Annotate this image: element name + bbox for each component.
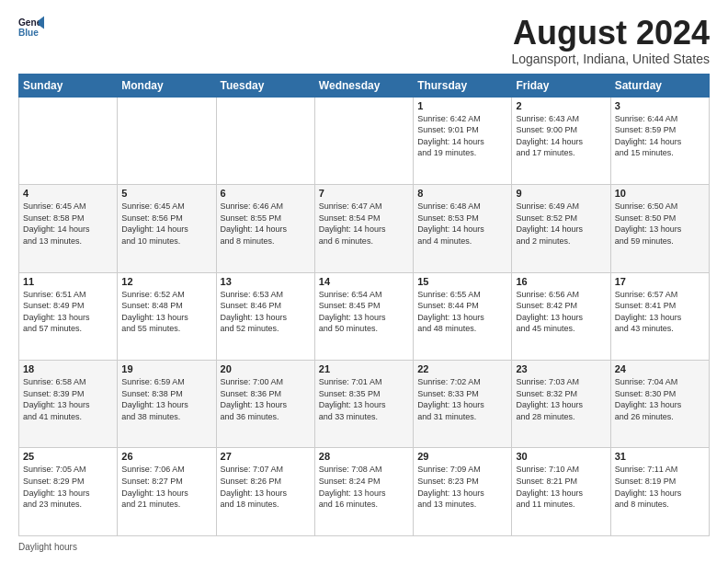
day-info: Sunrise: 7:02 AM Sunset: 8:33 PM Dayligh…: [417, 376, 507, 422]
calendar-cell: 7Sunrise: 6:47 AM Sunset: 8:54 PM Daylig…: [314, 185, 413, 272]
calendar-cell: [118, 97, 216, 184]
calendar-cell: 12Sunrise: 6:52 AM Sunset: 8:48 PM Dayli…: [118, 272, 216, 360]
day-number: 12: [121, 276, 211, 287]
day-info: Sunrise: 6:53 AM Sunset: 8:46 PM Dayligh…: [221, 289, 311, 335]
calendar-header-row: SundayMondayTuesdayWednesdayThursdayFrid…: [19, 74, 710, 97]
col-header-thursday: Thursday: [414, 74, 512, 97]
calendar-cell: 24Sunrise: 7:04 AM Sunset: 8:30 PM Dayli…: [610, 361, 709, 448]
calendar-cell: [314, 97, 413, 184]
day-number: 6: [221, 188, 311, 199]
page-title: August 2024: [511, 15, 710, 52]
day-info: Sunrise: 6:48 AM Sunset: 8:53 PM Dayligh…: [417, 201, 507, 247]
day-info: Sunrise: 7:06 AM Sunset: 8:27 PM Dayligh…: [121, 464, 211, 510]
day-number: 28: [319, 451, 409, 462]
day-number: 25: [23, 451, 113, 462]
day-info: Sunrise: 7:03 AM Sunset: 8:32 PM Dayligh…: [516, 376, 606, 422]
day-number: 31: [615, 451, 705, 462]
day-number: 16: [516, 276, 606, 287]
day-info: Sunrise: 6:58 AM Sunset: 8:39 PM Dayligh…: [23, 376, 113, 422]
col-header-friday: Friday: [512, 74, 610, 97]
day-number: 15: [417, 276, 507, 287]
day-number: 23: [516, 363, 606, 374]
day-info: Sunrise: 6:54 AM Sunset: 8:45 PM Dayligh…: [319, 289, 409, 335]
calendar-cell: 10Sunrise: 6:50 AM Sunset: 8:50 PM Dayli…: [610, 185, 709, 272]
day-info: Sunrise: 7:07 AM Sunset: 8:26 PM Dayligh…: [221, 464, 311, 510]
day-number: 17: [615, 276, 705, 287]
day-info: Sunrise: 6:47 AM Sunset: 8:54 PM Dayligh…: [319, 201, 409, 247]
day-info: Sunrise: 7:11 AM Sunset: 8:19 PM Dayligh…: [615, 464, 705, 510]
footer-text: Daylight hours: [18, 542, 77, 552]
day-number: 22: [417, 363, 507, 374]
calendar-cell: 31Sunrise: 7:11 AM Sunset: 8:19 PM Dayli…: [610, 448, 709, 536]
calendar-cell: 29Sunrise: 7:09 AM Sunset: 8:23 PM Dayli…: [414, 448, 512, 536]
title-block: August 2024 Logansport, Indiana, United …: [511, 15, 710, 66]
calendar-cell: 13Sunrise: 6:53 AM Sunset: 8:46 PM Dayli…: [216, 272, 314, 360]
footer: Daylight hours: [18, 542, 710, 552]
day-number: 30: [516, 451, 606, 462]
day-info: Sunrise: 6:57 AM Sunset: 8:41 PM Dayligh…: [615, 289, 705, 335]
day-number: 8: [417, 188, 507, 199]
logo: General Blue: [18, 15, 44, 40]
calendar-cell: 6Sunrise: 6:46 AM Sunset: 8:55 PM Daylig…: [216, 185, 314, 272]
calendar-week-3: 11Sunrise: 6:51 AM Sunset: 8:49 PM Dayli…: [19, 272, 710, 360]
day-info: Sunrise: 6:42 AM Sunset: 9:01 PM Dayligh…: [417, 113, 507, 159]
calendar-week-4: 18Sunrise: 6:58 AM Sunset: 8:39 PM Dayli…: [19, 361, 710, 448]
calendar-cell: 22Sunrise: 7:02 AM Sunset: 8:33 PM Dayli…: [414, 361, 512, 448]
day-info: Sunrise: 6:51 AM Sunset: 8:49 PM Dayligh…: [23, 289, 113, 335]
day-number: 3: [615, 100, 705, 111]
day-number: 29: [417, 451, 507, 462]
calendar-cell: 2Sunrise: 6:43 AM Sunset: 9:00 PM Daylig…: [512, 97, 610, 184]
day-number: 13: [221, 276, 311, 287]
calendar-cell: 8Sunrise: 6:48 AM Sunset: 8:53 PM Daylig…: [414, 185, 512, 272]
logo-icon: General Blue: [18, 15, 44, 40]
calendar-cell: 19Sunrise: 6:59 AM Sunset: 8:38 PM Dayli…: [118, 361, 216, 448]
day-info: Sunrise: 7:08 AM Sunset: 8:24 PM Dayligh…: [319, 464, 409, 510]
day-info: Sunrise: 6:52 AM Sunset: 8:48 PM Dayligh…: [121, 289, 211, 335]
day-number: 14: [319, 276, 409, 287]
calendar-cell: 27Sunrise: 7:07 AM Sunset: 8:26 PM Dayli…: [216, 448, 314, 536]
page-subtitle: Logansport, Indiana, United States: [511, 52, 710, 66]
calendar-cell: 17Sunrise: 6:57 AM Sunset: 8:41 PM Dayli…: [610, 272, 709, 360]
day-info: Sunrise: 6:45 AM Sunset: 8:58 PM Dayligh…: [23, 201, 113, 247]
day-info: Sunrise: 6:43 AM Sunset: 9:00 PM Dayligh…: [516, 113, 606, 159]
day-info: Sunrise: 6:46 AM Sunset: 8:55 PM Dayligh…: [221, 201, 311, 247]
calendar-cell: 18Sunrise: 6:58 AM Sunset: 8:39 PM Dayli…: [19, 361, 118, 448]
col-header-saturday: Saturday: [610, 74, 709, 97]
day-number: 7: [319, 188, 409, 199]
calendar-week-1: 1Sunrise: 6:42 AM Sunset: 9:01 PM Daylig…: [19, 97, 710, 184]
calendar-cell: 16Sunrise: 6:56 AM Sunset: 8:42 PM Dayli…: [512, 272, 610, 360]
day-number: 2: [516, 100, 606, 111]
day-info: Sunrise: 7:09 AM Sunset: 8:23 PM Dayligh…: [417, 464, 507, 510]
day-info: Sunrise: 6:55 AM Sunset: 8:44 PM Dayligh…: [417, 289, 507, 335]
col-header-wednesday: Wednesday: [314, 74, 413, 97]
calendar-week-5: 25Sunrise: 7:05 AM Sunset: 8:29 PM Dayli…: [19, 448, 710, 536]
calendar-cell: 9Sunrise: 6:49 AM Sunset: 8:52 PM Daylig…: [512, 185, 610, 272]
day-number: 20: [221, 363, 311, 374]
col-header-monday: Monday: [118, 74, 216, 97]
day-info: Sunrise: 7:05 AM Sunset: 8:29 PM Dayligh…: [23, 464, 113, 510]
day-info: Sunrise: 7:01 AM Sunset: 8:35 PM Dayligh…: [319, 376, 409, 422]
col-header-tuesday: Tuesday: [216, 74, 314, 97]
day-info: Sunrise: 7:04 AM Sunset: 8:30 PM Dayligh…: [615, 376, 705, 422]
calendar-week-2: 4Sunrise: 6:45 AM Sunset: 8:58 PM Daylig…: [19, 185, 710, 272]
calendar-cell: 23Sunrise: 7:03 AM Sunset: 8:32 PM Dayli…: [512, 361, 610, 448]
day-number: 1: [417, 100, 507, 111]
day-number: 10: [615, 188, 705, 199]
day-number: 27: [221, 451, 311, 462]
calendar-cell: [216, 97, 314, 184]
day-number: 18: [23, 363, 113, 374]
calendar-cell: 5Sunrise: 6:45 AM Sunset: 8:56 PM Daylig…: [118, 185, 216, 272]
calendar-cell: 15Sunrise: 6:55 AM Sunset: 8:44 PM Dayli…: [414, 272, 512, 360]
day-number: 4: [23, 188, 113, 199]
day-number: 9: [516, 188, 606, 199]
day-number: 26: [121, 451, 211, 462]
calendar-table: SundayMondayTuesdayWednesdayThursdayFrid…: [18, 74, 710, 536]
day-info: Sunrise: 7:10 AM Sunset: 8:21 PM Dayligh…: [516, 464, 606, 510]
day-info: Sunrise: 6:59 AM Sunset: 8:38 PM Dayligh…: [121, 376, 211, 422]
day-number: 21: [319, 363, 409, 374]
day-info: Sunrise: 7:00 AM Sunset: 8:36 PM Dayligh…: [221, 376, 311, 422]
day-number: 11: [23, 276, 113, 287]
calendar-cell: 26Sunrise: 7:06 AM Sunset: 8:27 PM Dayli…: [118, 448, 216, 536]
day-info: Sunrise: 6:49 AM Sunset: 8:52 PM Dayligh…: [516, 201, 606, 247]
calendar-cell: 21Sunrise: 7:01 AM Sunset: 8:35 PM Dayli…: [314, 361, 413, 448]
